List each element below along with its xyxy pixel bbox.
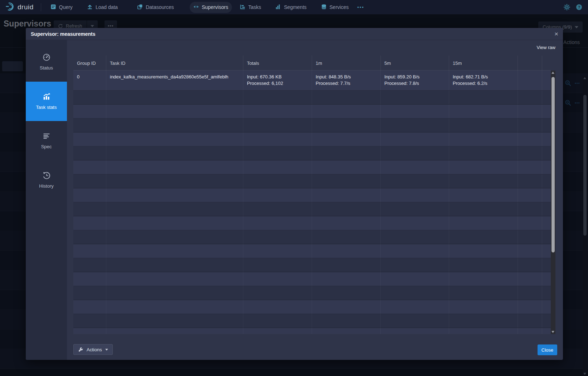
column-header-totals[interactable]: Totals: [243, 56, 312, 71]
empty-cell: [518, 146, 542, 160]
empty-cell: [518, 188, 542, 202]
chevron-down-icon: [105, 349, 108, 351]
tasks-icon: [240, 4, 246, 11]
stats-5m-cell: Input: 859.20 B/s Processed: 7.8/s: [381, 71, 449, 90]
tab-status[interactable]: Status: [26, 42, 67, 82]
empty-cell: [243, 146, 312, 160]
empty-cell: [106, 314, 243, 328]
empty-cell: [381, 314, 449, 328]
navbar-divider: [41, 3, 41, 11]
empty-cell: [243, 105, 312, 118]
empty-cell: [73, 328, 106, 334]
tab-history[interactable]: History: [26, 160, 67, 200]
empty-cell: [106, 286, 243, 300]
nav-item-services[interactable]: Services: [317, 2, 353, 13]
table-row: [73, 119, 551, 132]
task-stats-table: Group ID Task ID Totals 1m 5m 15m 0: [73, 56, 555, 334]
empty-cell: [243, 174, 312, 188]
empty-cell: [381, 328, 449, 334]
empty-cell: [73, 258, 106, 272]
empty-cell: [106, 328, 243, 334]
empty-cell: [243, 119, 312, 132]
empty-cell: [312, 272, 381, 286]
empty-cell: [312, 244, 381, 258]
settings-gear-button[interactable]: [564, 4, 570, 10]
nav-more-button[interactable]: •••: [357, 5, 364, 10]
empty-cell: [106, 91, 243, 104]
druid-logo-icon: [6, 2, 15, 13]
table-scrollbar-thumb[interactable]: [551, 77, 555, 252]
empty-cell: [518, 244, 542, 258]
help-button[interactable]: ?: [576, 4, 582, 10]
table-row: [73, 230, 551, 244]
empty-cell: [312, 105, 381, 118]
table-row: [73, 160, 551, 174]
empty-cell: [542, 146, 551, 160]
empty-cell: [106, 230, 243, 244]
empty-cell: [73, 146, 106, 160]
empty-cell: [243, 202, 312, 216]
empty-cell: [518, 300, 542, 314]
empty-cell: [542, 230, 551, 244]
table-row: [73, 300, 551, 314]
column-header-task-id[interactable]: Task ID: [106, 56, 243, 71]
empty-cell: [312, 188, 381, 202]
empty-cell: [518, 216, 542, 230]
empty-cell: [449, 202, 518, 216]
empty-cell: [542, 160, 551, 174]
table-row: [73, 202, 551, 216]
empty-cell: [449, 328, 518, 334]
table-row: [73, 272, 551, 286]
tab-task-stats[interactable]: Task stats: [26, 82, 67, 121]
empty-cell: [243, 160, 312, 174]
group-id-cell: 0: [73, 71, 106, 90]
nav-item-datasources[interactable]: Datasources: [133, 2, 178, 13]
empty-cell: [243, 244, 312, 258]
scroll-up-icon[interactable]: [551, 72, 554, 74]
empty-cell: [381, 91, 449, 104]
empty-cell: [73, 188, 106, 202]
empty-cell: [518, 328, 542, 334]
table-scrollbar[interactable]: [551, 71, 555, 334]
modal-side-tabs: Status Task stats: [26, 40, 67, 360]
empty-cell: [106, 174, 243, 188]
empty-cell: [542, 188, 551, 202]
table-row: [73, 105, 551, 119]
empty-cell: [542, 105, 551, 118]
empty-cell: [381, 119, 449, 132]
column-header-5m[interactable]: 5m: [381, 56, 449, 71]
close-icon[interactable]: ×: [554, 30, 558, 37]
empty-cell: [73, 91, 106, 104]
nav-item-supervisors[interactable]: Supervisors: [190, 2, 232, 13]
empty-cell: [243, 216, 312, 230]
empty-cell: [243, 314, 312, 328]
empty-cell: [449, 105, 518, 118]
column-header-15m[interactable]: 15m: [449, 56, 518, 71]
view-raw-link[interactable]: View raw: [536, 45, 555, 50]
nav-item-query[interactable]: Query: [47, 2, 76, 13]
empty-cell: [518, 258, 542, 272]
tab-spec[interactable]: Spec: [26, 121, 67, 160]
empty-cell: [449, 132, 518, 146]
nav-item-load-data[interactable]: Load data: [83, 2, 121, 13]
empty-cell: [312, 119, 381, 132]
nav-item-tasks[interactable]: Tasks: [236, 2, 265, 13]
close-button[interactable]: Close: [538, 344, 557, 355]
table-row: [73, 314, 551, 328]
column-header-group-id[interactable]: Group ID: [73, 56, 106, 71]
empty-cell: [542, 244, 551, 258]
scroll-down-icon[interactable]: [551, 331, 554, 333]
table-row: [73, 286, 551, 300]
empty-cell: [381, 174, 449, 188]
empty-cell: [73, 314, 106, 328]
empty-cell: [106, 105, 243, 118]
nav-item-segments[interactable]: Segments: [272, 2, 310, 13]
empty-cell: [381, 244, 449, 258]
empty-cell: [312, 160, 381, 174]
druid-logo[interactable]: druid: [6, 2, 34, 13]
task-id-cell: index_kafka_measurements_da4a92860e55e5f…: [106, 71, 243, 90]
actions-button[interactable]: Actions: [73, 344, 113, 355]
empty-cell: [381, 216, 449, 230]
modal-content: View raw Group ID Task ID Totals 1m 5m 1…: [67, 40, 563, 360]
column-header-1m[interactable]: 1m: [312, 56, 381, 71]
